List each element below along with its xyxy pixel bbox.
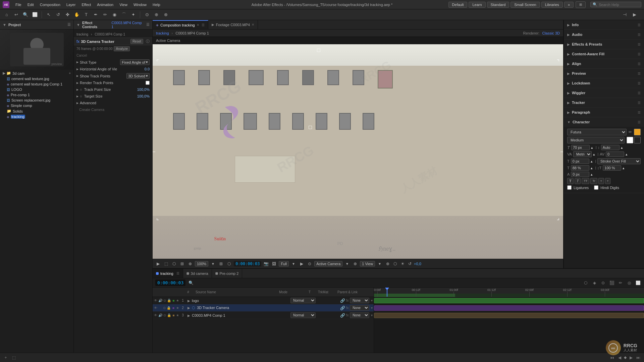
project-item-precomp1[interactable]: ◈ Pre-comp 1	[0, 92, 73, 98]
char-fill-swatch[interactable]	[634, 129, 641, 135]
caf-menu-icon[interactable]: ☰	[638, 52, 641, 56]
right-section-caf-header[interactable]: ▶ Content-Aware Fill ☰	[564, 49, 644, 59]
menu-animation[interactable]: Animation	[94, 2, 116, 7]
right-section-character-header[interactable]: ▼ Character ☰	[564, 117, 644, 127]
char-leading-input[interactable]	[601, 145, 620, 150]
project-item-solids[interactable]: 📁 Solids	[0, 108, 73, 114]
layer-1-parent[interactable]: None	[350, 298, 369, 303]
renderer-value[interactable]: Classic 3D	[542, 31, 560, 35]
layer-1-label[interactable]: ■	[172, 298, 175, 303]
breadcrumb-tracking[interactable]: tracking	[156, 31, 169, 35]
viewer-toggle-mask[interactable]: ⬚	[163, 260, 169, 267]
timeline-tab-precomp2[interactable]: Pre-comp 2	[212, 269, 243, 278]
render-track-checkbox[interactable]	[146, 81, 150, 85]
track-row-3[interactable]	[374, 312, 644, 319]
character-menu-icon[interactable]: ☰	[638, 120, 641, 124]
layer-3-audio[interactable]: 🔊	[158, 313, 162, 318]
workspace-small-screen[interactable]: Small Screen	[511, 2, 540, 8]
project-item-logo[interactable]: 🖼 LOGO	[0, 87, 73, 92]
char-style-smallcaps[interactable]: Tr	[590, 178, 597, 184]
comp-camera-value[interactable]: Active Camera	[314, 261, 342, 266]
right-section-tracker-header[interactable]: ▶ Tracker ☰	[564, 98, 644, 107]
playhead[interactable]	[387, 288, 387, 297]
right-section-lockdown-header[interactable]: ▶ Lockdown ☰	[564, 78, 644, 88]
comp-tab-menu-tracking[interactable]: ☰	[202, 23, 205, 27]
right-section-effects-header[interactable]: ▶ Effects & Presets ☰	[564, 40, 644, 49]
tool-preview[interactable]: ▶	[631, 11, 639, 19]
char-style-dropdown[interactable]: Medium	[567, 137, 625, 143]
menu-help[interactable]: Help	[150, 2, 163, 7]
tool-align-left[interactable]: ⊣	[621, 11, 629, 19]
viewer-show-snapshot[interactable]: 🖼	[271, 260, 277, 267]
workspace-standard[interactable]: Standard	[487, 2, 509, 8]
char-style-regular[interactable]: T	[567, 178, 574, 184]
tl-frame-mix[interactable]: ⬜	[635, 280, 641, 286]
layer-3-expr[interactable]: fx	[345, 313, 349, 318]
char-font-dropdown[interactable]: Futura	[567, 129, 627, 135]
comp-tab-tracking[interactable]: ◈ Composition tracking ✕ ☰	[153, 20, 208, 29]
timeline-tracks[interactable]: 0:00f 00:12f 01:00f	[374, 288, 644, 353]
tool-shape[interactable]: ◉	[110, 11, 118, 19]
tool-arrow[interactable]: ↩	[12, 11, 20, 19]
effect-advanced-row[interactable]: ▶ Advanced	[74, 100, 152, 106]
char-kerning-dropdown[interactable]: Metrics	[573, 151, 592, 157]
project-item-3dcam[interactable]: ▶ 📁 3d cam +	[0, 70, 73, 76]
project-item-cement[interactable]: 🖼 cement wall texture.jpg	[0, 76, 73, 81]
layer-3-solo[interactable]: ⊙	[163, 313, 167, 318]
viewer-roi[interactable]: ⊞	[218, 260, 224, 267]
tl-prev-frame[interactable]: ◀	[616, 355, 623, 361]
right-section-wiggler-header[interactable]: ▶ Wiggler ☰	[564, 88, 644, 98]
project-item-simple[interactable]: ◈ Simple comp	[0, 103, 73, 108]
tool-camera-orbit[interactable]: ⊙	[143, 11, 151, 19]
menu-edit[interactable]: Edit	[25, 2, 37, 7]
paragraph-menu-icon[interactable]: ☰	[638, 111, 641, 114]
tracker-menu-icon[interactable]: ☰	[638, 101, 641, 105]
track-row-1[interactable]	[374, 297, 644, 304]
comp-resolution-arrow[interactable]: ▾	[290, 260, 297, 267]
right-section-align-header[interactable]: ▶ Align ☰	[564, 59, 644, 68]
viewer-grid[interactable]: ⊞	[179, 260, 185, 267]
project-panel-menu[interactable]: ☰	[67, 22, 71, 27]
char-stroke-dropdown[interactable]: Stroke Over Fill	[597, 158, 641, 164]
viewer-transparency[interactable]: ⬡	[226, 260, 232, 267]
tl-go-start[interactable]: ⏮	[609, 355, 615, 361]
layer-1-parent-link[interactable]: 🔗	[340, 298, 345, 303]
create-camera-btn[interactable]: Create Camera	[76, 107, 107, 112]
tool-puppet[interactable]: ⌒	[120, 11, 128, 19]
tool-rotate[interactable]: ↺	[54, 11, 62, 19]
effect-about-icon[interactable]: ⓘ	[146, 39, 150, 44]
viewer-snapshot[interactable]: 📷	[263, 260, 269, 267]
char-style-italic[interactable]: T	[575, 178, 581, 184]
workspace-default[interactable]: Default	[448, 2, 468, 8]
layer-3-mode[interactable]: Normal	[290, 312, 316, 318]
tool-hand[interactable]: ✋	[73, 11, 81, 19]
right-section-preview-header[interactable]: ▶ Preview ☰	[564, 69, 644, 78]
horiz-angle-value[interactable]: 0.0	[145, 67, 150, 71]
layer-2-expand[interactable]: ▶	[187, 306, 190, 310]
effect-analyze-btn[interactable]: Analyze	[114, 46, 130, 51]
char-kerning-stepper[interactable]: ▴	[593, 152, 596, 157]
timeline-tab-3dcam[interactable]: 3d camera	[183, 269, 212, 278]
comp-view-count[interactable]: 1 View	[360, 261, 375, 266]
tl-toggle-switches[interactable]: ⬚	[11, 355, 17, 361]
layer-1-solo[interactable]: ⊙	[163, 298, 167, 303]
tl-motion-blur[interactable]: ◎	[626, 280, 633, 286]
project-item-cement-comp[interactable]: ◈ cement wall texture.jpg Comp 1	[0, 81, 73, 87]
layer-3-shy[interactable]: ★	[176, 313, 180, 318]
breadcrumb-comp[interactable]: C0003.MP4 Comp 1	[175, 31, 209, 35]
track-size-value[interactable]: 100,0%	[137, 87, 150, 92]
char-baseline-input[interactable]	[571, 172, 589, 177]
char-vscale-stepper[interactable]: ▴	[623, 166, 626, 170]
tl-add-marker[interactable]: ◈	[591, 280, 598, 286]
audio-menu-icon[interactable]: ☰	[638, 33, 641, 37]
tool-home[interactable]: ⌂	[3, 11, 11, 19]
layer-3-lock[interactable]: 🔒	[167, 313, 171, 318]
lockdown-menu-icon[interactable]: ☰	[638, 81, 641, 85]
layer-2-audio[interactable]	[158, 306, 162, 310]
info-menu-icon[interactable]: ☰	[638, 23, 641, 27]
menu-file[interactable]: File	[13, 2, 24, 7]
viewer-pixel-aspect[interactable]: ⊕	[384, 260, 391, 267]
workspace-libraries[interactable]: Libraries	[541, 2, 563, 8]
menu-window[interactable]: Window	[131, 2, 149, 7]
layer-2-parent-link[interactable]: 🔗	[340, 306, 345, 310]
